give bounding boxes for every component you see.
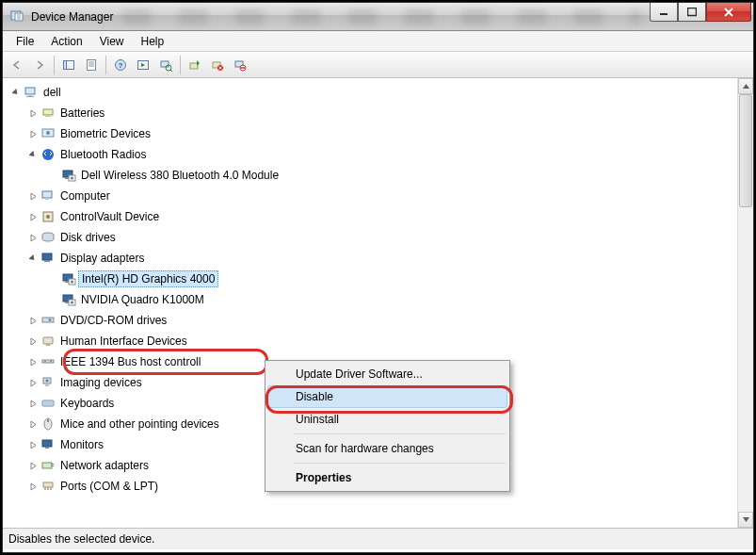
expand-arrow-icon[interactable]: [27, 232, 39, 243]
tree-category[interactable]: Batteries: [7, 103, 737, 123]
toolbar-separator: [180, 56, 181, 74]
titlebar[interactable]: Device Manager: [3, 3, 753, 31]
vertical-scrollbar[interactable]: [737, 78, 753, 528]
collapse-arrow-icon[interactable]: [27, 253, 39, 264]
context-menu-item[interactable]: Update Driver Software...: [267, 363, 507, 385]
svg-rect-47: [43, 337, 53, 344]
tree-root[interactable]: dell: [7, 82, 737, 103]
statusbar-text: Disables the selected device.: [8, 532, 154, 546]
svg-rect-22: [45, 115, 51, 117]
expand-arrow-icon[interactable]: [27, 418, 39, 430]
maximize-button[interactable]: [678, 3, 706, 22]
expand-arrow-icon[interactable]: [27, 481, 39, 492]
svg-rect-45: [42, 318, 54, 322]
toolbar-forward-button[interactable]: [29, 55, 50, 75]
toolbar-scan-button[interactable]: [155, 55, 176, 75]
svg-point-53: [46, 380, 49, 383]
svg-rect-49: [42, 360, 54, 363]
tree-category[interactable]: Computer: [7, 186, 737, 206]
minimize-button[interactable]: [650, 3, 678, 22]
toolbar-uninstall-button[interactable]: [207, 55, 228, 75]
scroll-down-button[interactable]: [738, 512, 753, 528]
scroll-thumb[interactable]: [739, 94, 752, 207]
scroll-track[interactable]: [738, 94, 753, 512]
context-menu-item[interactable]: Properties: [267, 466, 507, 489]
menu-view[interactable]: View: [92, 33, 132, 50]
expand-arrow-icon[interactable]: [27, 398, 39, 409]
expand-arrow-icon[interactable]: [27, 315, 39, 326]
category-icon: [40, 313, 56, 328]
svg-rect-66: [50, 487, 52, 490]
svg-rect-30: [42, 191, 52, 198]
tree-category[interactable]: Disk drives: [7, 227, 737, 248]
expand-arrow-icon[interactable]: [27, 128, 39, 139]
tree-category-label: Display adapters: [57, 251, 147, 266]
context-menu-item[interactable]: Uninstall: [267, 408, 507, 431]
menu-help[interactable]: Help: [134, 33, 172, 50]
tree-category-label: Computer: [57, 188, 113, 204]
tree-category[interactable]: ControlVault Device: [7, 206, 737, 227]
tree-category[interactable]: DVD/CD-ROM drives: [7, 310, 737, 331]
category-icon: [40, 188, 56, 204]
expand-arrow-icon[interactable]: [27, 335, 39, 347]
context-menu-item[interactable]: Scan for hardware changes: [267, 437, 507, 460]
tree-category-label: ControlVault Device: [57, 209, 162, 224]
toolbar-show-hide-button[interactable]: [58, 55, 79, 75]
toolbar-properties-button[interactable]: [81, 55, 102, 75]
expand-arrow-icon[interactable]: [27, 211, 39, 222]
device-icon: [61, 168, 76, 183]
expand-arrow-icon[interactable]: [27, 460, 39, 471]
category-icon: [40, 458, 56, 473]
tree-category-label: Imaging devices: [57, 375, 145, 390]
svg-point-24: [46, 131, 50, 135]
tree-category[interactable]: Human Interface Devices: [7, 331, 737, 351]
tree-device[interactable]: Dell Wireless 380 Bluetooth 4.0 Module: [7, 165, 737, 186]
expand-arrow-icon[interactable]: [27, 107, 39, 119]
toolbar-action-button[interactable]: [133, 55, 153, 75]
svg-rect-57: [47, 419, 49, 422]
category-icon: [40, 375, 56, 390]
svg-rect-58: [42, 440, 52, 447]
svg-point-40: [71, 281, 73, 284]
expand-arrow-icon[interactable]: [27, 190, 39, 202]
svg-rect-54: [45, 384, 49, 386]
svg-rect-7: [88, 59, 96, 70]
category-icon: [40, 479, 56, 494]
tree-device[interactable]: Intel(R) HD Graphics 4000: [7, 269, 737, 289]
collapse-arrow-icon[interactable]: [27, 149, 39, 160]
context-menu-item[interactable]: Disable: [267, 385, 507, 408]
svg-rect-19: [28, 94, 32, 96]
menu-action[interactable]: Action: [43, 33, 89, 50]
tree-device-label: NVIDIA Quadro K1000M: [78, 292, 207, 307]
category-icon: [40, 106, 56, 121]
tree-category[interactable]: Display adapters: [7, 248, 737, 269]
category-icon: [40, 437, 56, 452]
collapse-arrow-icon[interactable]: [10, 87, 22, 98]
scroll-up-button[interactable]: [738, 78, 753, 94]
toolbar-update-driver-button[interactable]: [185, 55, 205, 75]
menu-file[interactable]: File: [8, 33, 41, 50]
toolbar-back-button[interactable]: [7, 55, 27, 75]
category-icon: [40, 147, 56, 162]
menubar: File Action View Help: [3, 31, 753, 52]
toolbar-disable-button[interactable]: [230, 55, 250, 75]
toolbar-help-button[interactable]: ?: [110, 55, 131, 75]
tree-category-label: Biometric Devices: [57, 126, 153, 141]
category-icon: [40, 334, 56, 349]
expand-arrow-icon[interactable]: [27, 356, 39, 367]
svg-point-44: [71, 302, 73, 304]
svg-rect-60: [42, 463, 52, 468]
tree-device[interactable]: NVIDIA Quadro K1000M: [7, 289, 737, 310]
tree-category[interactable]: Bluetooth Radios: [7, 144, 737, 165]
svg-rect-55: [42, 400, 54, 406]
content-area: dell BatteriesBiometric DevicesBluetooth…: [3, 78, 753, 529]
tree-category[interactable]: Biometric Devices: [7, 123, 737, 144]
svg-rect-21: [43, 109, 53, 115]
expand-arrow-icon[interactable]: [27, 377, 39, 388]
close-button[interactable]: [706, 3, 751, 22]
expand-arrow-icon[interactable]: [27, 439, 39, 450]
svg-rect-48: [46, 344, 50, 346]
svg-point-51: [50, 361, 52, 363]
svg-rect-3: [660, 13, 668, 15]
tree-category-label: Human Interface Devices: [57, 334, 190, 349]
